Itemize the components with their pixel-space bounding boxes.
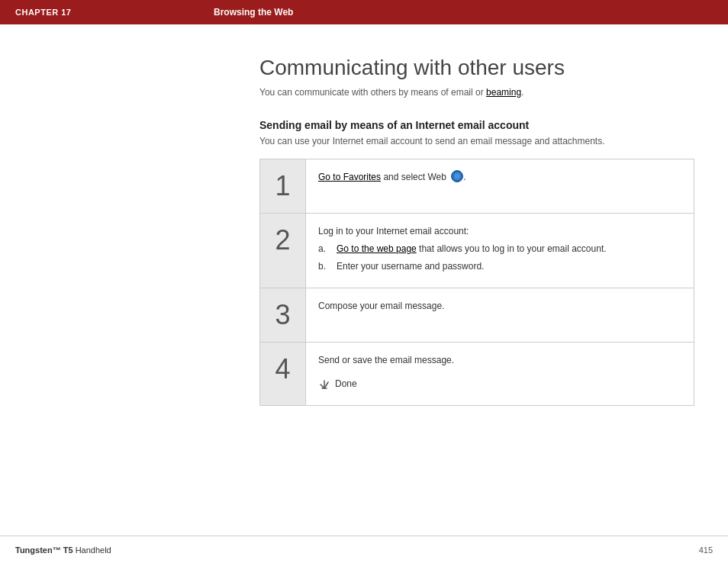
go-to-web-page-link[interactable]: Go to the web page <box>337 243 417 254</box>
go-to-favorites-link[interactable]: Go to Favorites <box>318 172 381 182</box>
step-row-2: 2 Log in to your Internet email account:… <box>260 214 694 289</box>
sub-label-b: b. <box>318 259 330 274</box>
page-heading: Communicating with other users <box>259 55 682 81</box>
web-icon <box>451 170 463 182</box>
intro-text: You can communicate with others by means… <box>259 87 486 98</box>
done-label: Done <box>335 377 357 391</box>
step-number-4: 4 <box>260 343 306 405</box>
step-number-3: 3 <box>260 288 306 342</box>
header-bar: CHAPTER 17 Browsing the Web <box>0 0 728 24</box>
step-number-2: 2 <box>260 214 306 288</box>
beaming-link[interactable]: beaming <box>486 87 521 98</box>
done-button[interactable]: Done <box>318 377 357 391</box>
footer-brand-suffix: Handheld <box>76 545 111 555</box>
page-intro: You can communicate with others by means… <box>259 87 682 98</box>
step-row-1: 1 Go to Favorites and select Web . <box>260 159 694 214</box>
done-icon <box>318 378 330 391</box>
section-intro: You can use your Internet email account … <box>259 136 682 146</box>
sub-label-a: a. <box>318 242 330 256</box>
step2-sub-b: b. Enter your username and password. <box>318 259 681 274</box>
step2-sub-a: a. Go to the web page that allows you to… <box>318 242 681 256</box>
sub-b-content: Enter your username and password. <box>337 259 484 274</box>
chapter-title: Browsing the Web <box>214 7 293 18</box>
footer: Tungsten™ T5 Handheld 415 <box>0 536 728 563</box>
main-content: Communicating with other users You can c… <box>0 24 728 436</box>
intro-end: . <box>521 87 523 98</box>
step-content-3: Compose your email message. <box>306 288 694 342</box>
step-content-1: Go to Favorites and select Web . <box>306 159 694 213</box>
step-number-1: 1 <box>260 159 306 213</box>
step-row-4: 4 Send or save the email message. Done <box>260 343 694 405</box>
section-heading: Sending email by means of an Internet em… <box>259 119 682 131</box>
step-row-3: 3 Compose your email message. <box>260 288 694 343</box>
footer-brand: Tungsten™ T5 Handheld <box>15 545 111 555</box>
step-content-4: Send or save the email message. Done <box>306 343 694 405</box>
step1-text: Go to Favorites and select Web . <box>318 172 466 182</box>
footer-page-number: 415 <box>699 545 713 555</box>
step2-intro: Log in to your Internet email account: <box>318 224 681 239</box>
sub-a-content: Go to the web page that allows you to lo… <box>337 242 607 256</box>
chapter-label: CHAPTER 17 <box>15 8 168 17</box>
steps-table: 1 Go to Favorites and select Web . 2 Log… <box>259 159 694 407</box>
step-content-2: Log in to your Internet email account: a… <box>306 214 694 288</box>
step4-text: Send or save the email message. <box>318 353 681 368</box>
step3-text: Compose your email message. <box>318 301 444 311</box>
footer-brand-text: Tungsten™ T5 <box>15 545 73 555</box>
